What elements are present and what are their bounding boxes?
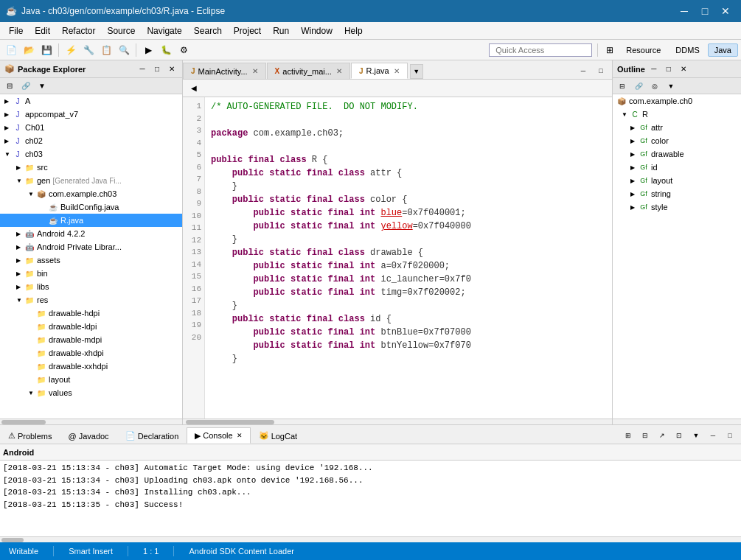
menu-refactor[interactable]: Refactor [56, 24, 101, 38]
java-perspective[interactable]: Java [708, 43, 738, 57]
tree-item-layout[interactable]: 📁 layout [0, 373, 182, 386]
toolbar-btn-4[interactable]: 🔍 [116, 42, 132, 58]
console-content[interactable]: [2018-03-21 15:13:34 - ch03] Automatic T… [0, 461, 741, 536]
toolbar-open[interactable]: 📂 [21, 42, 37, 58]
tree-item-bin[interactable]: ▶ 📁 bin [0, 267, 182, 280]
toolbar-btn-5[interactable]: ⚙ [175, 42, 192, 58]
bottom-panel-btn2[interactable]: ⊟ [637, 427, 653, 444]
toolbar-save[interactable]: 💾 [38, 42, 55, 58]
tree-item-ch02[interactable]: ▶ J ch02 [0, 134, 182, 147]
tree-item-src[interactable]: ▶ 📁 src [0, 161, 182, 174]
tab-problems[interactable]: ⚠ Problems [0, 427, 60, 444]
menu-file[interactable]: File [3, 24, 29, 38]
toolbar-btn-2[interactable]: 🔧 [80, 42, 97, 58]
menu-help[interactable]: Help [338, 24, 369, 38]
package-explorer-minimize[interactable]: ─ [136, 63, 148, 75]
code-editor[interactable]: /* AUTO-GENERATED FILE. DO NOT MODIFY. p… [205, 97, 612, 419]
explorer-content[interactable]: ▶ J A ▶ J appcompat_v7 ▶ J Ch01 [0, 94, 182, 419]
tab-close-activity[interactable]: ✕ [336, 67, 342, 75]
console-hscrollbar[interactable] [0, 536, 741, 542]
tree-item-gen[interactable]: ▼ 📁 gen [Generated Java Fi... [0, 174, 182, 187]
tab-javadoc[interactable]: @ Javadoc [60, 427, 116, 444]
console-close[interactable]: ✕ [237, 432, 243, 439]
editor-content[interactable]: 1234567891011121314151617181920 /* AUTO-… [183, 97, 612, 419]
toolbar-btn-1[interactable]: ⚡ [63, 42, 79, 58]
outline-style[interactable]: ▶ Gf style [613, 200, 741, 214]
tree-item-ch03[interactable]: ▼ J ch03 [0, 147, 182, 161]
editor-hscrollbar[interactable] [183, 419, 612, 424]
outline-content[interactable]: 📦 com.example.ch0 ▼ C R ▶ Gf attr [613, 94, 741, 419]
outline-toolbar-btn3[interactable]: ◎ [647, 78, 663, 94]
bottom-panel-btn1[interactable]: ⊞ [620, 427, 636, 444]
toolbar-run[interactable]: ▶ [140, 42, 156, 58]
outline-hscrollbar[interactable] [613, 419, 741, 424]
tab-console[interactable]: ▶ Console ✕ [187, 427, 250, 444]
toolbar-btn-3[interactable]: 📋 [98, 42, 114, 58]
tab-overflow-button[interactable]: ▼ [410, 64, 423, 79]
editor-min-button[interactable]: ─ [575, 63, 591, 79]
outline-close-button[interactable]: ✕ [678, 63, 689, 75]
outline-id[interactable]: ▶ Gf id [613, 161, 741, 174]
bottom-panel-btn5[interactable]: ▼ [688, 427, 704, 444]
bottom-panel-min[interactable]: ─ [705, 427, 721, 444]
tree-item-a[interactable]: ▶ J A [0, 94, 182, 108]
tree-item-ch01[interactable]: ▶ J Ch01 [0, 121, 182, 134]
tree-item-drawable-xxhdpi[interactable]: 📁 drawable-xxhdpi [0, 360, 182, 373]
explorer-hscrollbar[interactable] [0, 419, 182, 424]
tree-item-rjava[interactable]: ☕ R.java [0, 214, 182, 227]
outline-drawable[interactable]: ▶ Gf drawable [613, 147, 741, 161]
toolbar-new[interactable]: 📄 [3, 42, 19, 58]
expand-a[interactable]: ▶ [4, 98, 12, 105]
menu-project[interactable]: Project [228, 24, 267, 38]
tree-item-values[interactable]: ▼ 📁 values [0, 386, 182, 399]
explorer-menu-button[interactable]: ▼ [34, 78, 50, 94]
tab-close-mainactivity[interactable]: ✕ [252, 67, 258, 75]
tree-item-buildconfig[interactable]: ☕ BuildConfig.java [0, 200, 182, 214]
menu-window[interactable]: Window [295, 24, 338, 38]
tab-close-rjava[interactable]: ✕ [394, 67, 400, 75]
tree-item-android422[interactable]: ▶ 🤖 Android 4.2.2 [0, 227, 182, 240]
menu-source[interactable]: Source [101, 24, 141, 38]
collapse-all-button[interactable]: ⊟ [1, 78, 18, 94]
package-explorer-close[interactable]: ✕ [166, 63, 178, 75]
package-explorer-maximize[interactable]: □ [151, 63, 163, 75]
tab-logcat[interactable]: 🐱 LogCat [251, 427, 305, 444]
tree-item-com-example-ch03[interactable]: ▼ 📦 com.example.ch03 [0, 187, 182, 200]
editor-max-button[interactable]: □ [593, 63, 609, 79]
outline-string[interactable]: ▶ Gf string [613, 187, 741, 200]
outline-toolbar-btn2[interactable]: 🔗 [630, 78, 647, 94]
tree-item-drawable-hdpi[interactable]: 📁 drawable-hdpi [0, 307, 182, 320]
tree-item-drawable-xhdpi[interactable]: 📁 drawable-xhdpi [0, 346, 182, 360]
outline-max-button[interactable]: □ [663, 63, 675, 75]
outline-pkg[interactable]: 📦 com.example.ch0 [613, 94, 741, 108]
tree-item-private-libs[interactable]: ▶ 🤖 Android Private Librar... [0, 240, 182, 253]
tab-mainactivity[interactable]: J MainActivity... ✕ [183, 63, 266, 79]
outline-color[interactable]: ▶ Gf color [613, 134, 741, 147]
tab-rjava[interactable]: J R.java ✕ [351, 63, 408, 79]
bottom-panel-max[interactable]: □ [722, 427, 738, 444]
tab-activity-mai[interactable]: X activity_mai... ✕ [267, 63, 350, 79]
outline-toolbar-btn1[interactable]: ⊟ [614, 78, 630, 94]
toolbar-perspective-btn[interactable]: ⊞ [602, 42, 618, 58]
tree-item-assets[interactable]: ▶ 📁 assets [0, 253, 182, 267]
outline-attr[interactable]: ▶ Gf attr [613, 121, 741, 134]
maximize-button[interactable]: □ [695, 2, 714, 20]
resource-perspective[interactable]: Resource [619, 43, 667, 57]
bottom-panel-btn4[interactable]: ⊡ [671, 427, 687, 444]
menu-edit[interactable]: Edit [29, 24, 56, 38]
toolbar-debug[interactable]: 🐛 [158, 42, 174, 58]
tree-item-drawable-mdpi[interactable]: 📁 drawable-mdpi [0, 333, 182, 346]
menu-navigate[interactable]: Navigate [141, 24, 187, 38]
outline-min-button[interactable]: ─ [648, 63, 660, 75]
tree-item-res[interactable]: ▼ 📁 res [0, 293, 182, 307]
outline-class-r[interactable]: ▼ C R [613, 108, 741, 121]
minimize-button[interactable]: ─ [675, 2, 694, 20]
tree-item-appcompat[interactable]: ▶ J appcompat_v7 [0, 108, 182, 121]
link-with-editor-button[interactable]: 🔗 [18, 78, 34, 94]
quick-access-input[interactable] [489, 43, 592, 57]
bottom-panel-btn3[interactable]: ↗ [654, 427, 670, 444]
outline-toolbar-btn4[interactable]: ▼ [663, 78, 679, 94]
close-button[interactable]: ✕ [716, 2, 735, 20]
menu-run[interactable]: Run [267, 24, 295, 38]
tree-item-drawable-ldpi[interactable]: 📁 drawable-ldpi [0, 320, 182, 333]
